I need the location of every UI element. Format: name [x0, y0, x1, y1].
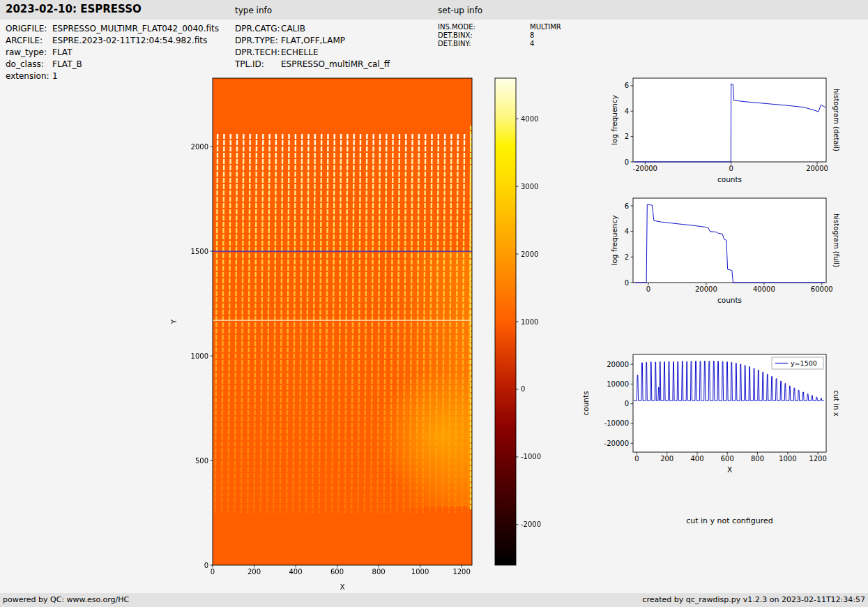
meta-value: 8 — [530, 31, 534, 40]
svg-text:log frequency: log frequency — [610, 215, 618, 265]
meta-key: DPR.TECH: — [235, 47, 281, 59]
meta-row-dpr-type: DPR.TYPE:FLAT,OFF,LAMP — [235, 35, 390, 47]
cut-in-y-message: cut in y not configured — [633, 516, 826, 525]
svg-text:4: 4 — [625, 107, 629, 115]
svg-text:600: 600 — [330, 568, 344, 576]
meta-key: DPR.TYPE: — [235, 35, 281, 47]
svg-text:6: 6 — [625, 202, 629, 210]
svg-text:2: 2 — [625, 253, 629, 261]
meta-key: DET.BINY: — [438, 40, 530, 48]
histogram-full-chart: 02000040000600000246countslog frequencyh… — [579, 193, 868, 315]
meta-key: do_class: — [6, 59, 52, 70]
svg-text:2000: 2000 — [191, 143, 208, 151]
svg-text:2: 2 — [625, 133, 629, 140]
svg-text:2000: 2000 — [521, 250, 538, 258]
svg-text:cut in x: cut in x — [832, 390, 840, 416]
meta-row-raw-type: raw_type:FLAT — [6, 47, 219, 59]
svg-text:0: 0 — [729, 165, 733, 172]
svg-text:1200: 1200 — [809, 455, 826, 463]
cut-in-x-chart: 020040060080010001200-20000-100000100002… — [579, 349, 868, 481]
meta-key: ARCFILE: — [6, 35, 52, 47]
svg-text:20000: 20000 — [607, 361, 629, 368]
histogram-detail-chart: -200000200000246countslog frequencyhisto… — [579, 73, 868, 195]
svg-text:1000: 1000 — [521, 318, 538, 326]
svg-text:counts: counts — [717, 175, 742, 183]
meta-row-dpr-catg: DPR.CATG:CALIB — [235, 23, 390, 35]
svg-text:X: X — [340, 583, 344, 591]
meta-key: INS.MODE: — [438, 23, 530, 31]
svg-text:0: 0 — [634, 455, 639, 463]
svg-text:log frequency: log frequency — [610, 95, 618, 145]
meta-value: ESPRESSO_MULTIMR_FLAT042_0040.fits — [52, 23, 219, 35]
meta-row-dpr-tech: DPR.TECH:ECHELLE — [235, 47, 390, 59]
meta-row-det-biny: DET.BINY:4 — [438, 40, 561, 48]
svg-text:0: 0 — [521, 385, 525, 393]
meta-key: ORIGFILE: — [6, 23, 52, 35]
meta-value: MULTIMR — [530, 23, 561, 31]
svg-text:counts: counts — [717, 296, 742, 304]
type-info-heading: type info — [235, 6, 272, 15]
svg-text:10000: 10000 — [607, 380, 629, 388]
svg-text:counts: counts — [581, 391, 590, 415]
svg-text:-2000: -2000 — [521, 520, 541, 528]
svg-text:0: 0 — [625, 158, 629, 166]
meta-value: FLAT_B — [52, 59, 82, 70]
meta-value: CALIB — [281, 23, 305, 35]
meta-key: DPR.CATG: — [235, 23, 281, 35]
svg-text:0: 0 — [211, 568, 215, 576]
svg-text:0: 0 — [625, 279, 629, 287]
svg-text:X: X — [727, 465, 732, 474]
svg-text:histogram (detail): histogram (detail) — [832, 89, 840, 151]
svg-text:40000: 40000 — [753, 285, 775, 293]
svg-text:800: 800 — [751, 455, 764, 463]
meta-value: FLAT — [52, 47, 72, 59]
svg-text:-1000: -1000 — [521, 453, 541, 460]
svg-text:6: 6 — [625, 82, 629, 89]
meta-value: 1 — [52, 70, 58, 82]
type-info-block: DPR.CATG:CALIB DPR.TYPE:FLAT,OFF,LAMP DP… — [235, 23, 390, 70]
svg-text:1500: 1500 — [191, 248, 208, 255]
meta-value: ESPRESSO_multiMR_cal_ff — [281, 59, 390, 70]
svg-text:histogram (full): histogram (full) — [832, 213, 840, 267]
meta-key: TPL.ID: — [235, 59, 281, 70]
svg-text:60000: 60000 — [811, 285, 833, 293]
meta-key: raw_type: — [6, 47, 52, 59]
svg-text:1000: 1000 — [779, 455, 796, 463]
meta-row-arcfile: ARCFILE:ESPRE.2023-02-11T12:04:54.982.fi… — [6, 35, 219, 47]
svg-text:4000: 4000 — [521, 115, 538, 123]
footer-credit: powered by QC: www.eso.org/HC — [3, 595, 129, 604]
footer-created-by: created by qc_rawdisp.py v1.2.3 on 2023-… — [642, 595, 865, 604]
svg-text:800: 800 — [372, 568, 386, 576]
svg-text:0: 0 — [204, 562, 208, 569]
svg-text:0: 0 — [646, 285, 650, 293]
meta-row-tpl-id: TPL.ID:ESPRESSO_multiMR_cal_ff — [235, 59, 390, 70]
svg-text:400: 400 — [690, 455, 703, 463]
colorbar-axes: 40003000200010000-1000-2000 — [488, 70, 565, 604]
svg-text:1000: 1000 — [191, 352, 208, 360]
meta-row-det-binx: DET.BINX:8 — [438, 31, 561, 40]
setup-info-block: INS.MODE:MULTIMR DET.BINX:8 DET.BINY:4 — [438, 23, 561, 48]
svg-text:0: 0 — [625, 400, 629, 407]
svg-text:20000: 20000 — [806, 165, 828, 172]
meta-value: ESPRE.2023-02-11T12:04:54.982.fits — [52, 35, 207, 47]
svg-text:600: 600 — [721, 455, 734, 463]
meta-row-origfile: ORIGFILE:ESPRESSO_MULTIMR_FLAT042_0040.f… — [6, 23, 219, 35]
svg-text:200: 200 — [248, 568, 261, 576]
svg-text:400: 400 — [289, 568, 302, 576]
main-image-axes: 0200400600800100012000500100015002000XY — [167, 70, 488, 604]
meta-row-ins-mode: INS.MODE:MULTIMR — [438, 23, 561, 31]
meta-key: extension: — [6, 70, 52, 82]
svg-text:y=1500: y=1500 — [791, 359, 817, 367]
svg-text:-10000: -10000 — [604, 419, 629, 427]
svg-text:3000: 3000 — [521, 183, 538, 190]
svg-text:-20000: -20000 — [633, 165, 657, 172]
header-bar: 2023-02-10: ESPRESSO type info set-up in… — [0, 0, 868, 20]
meta-row-do-class: do_class:FLAT_B — [6, 59, 219, 70]
svg-text:Y: Y — [169, 319, 178, 324]
meta-value: FLAT,OFF,LAMP — [281, 35, 345, 47]
svg-text:1000: 1000 — [411, 568, 429, 576]
svg-text:20000: 20000 — [695, 285, 717, 293]
svg-text:1200: 1200 — [452, 568, 470, 576]
meta-value: ECHELLE — [281, 47, 319, 59]
meta-value: 4 — [530, 40, 534, 48]
